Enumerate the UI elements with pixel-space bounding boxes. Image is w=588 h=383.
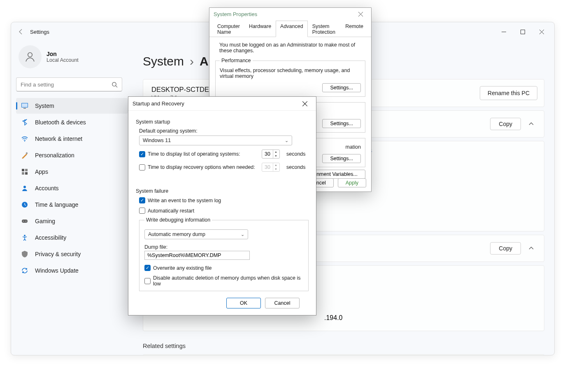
dump-file-input[interactable]: [144, 251, 250, 260]
user-account-type: Local Account: [46, 57, 79, 63]
user-block[interactable]: Jon Local Account: [16, 41, 128, 77]
startup-settings-button[interactable]: Settings...: [322, 154, 361, 163]
svg-rect-14: [22, 220, 28, 223]
copy-button[interactable]: Copy: [490, 118, 521, 130]
auto-restart-checkbox[interactable]: [139, 208, 145, 214]
nav-privacy[interactable]: Privacy & security: [16, 246, 128, 262]
window-controls: [494, 22, 551, 41]
system-failure-label: System failure: [136, 188, 309, 194]
dump-type-select[interactable]: Automatic memory dump ⌄: [144, 229, 248, 239]
svg-point-6: [24, 141, 25, 142]
tab-hardware[interactable]: Hardware: [244, 21, 276, 37]
nav-network[interactable]: Network & internet: [16, 131, 128, 147]
related-card[interactable]: [143, 354, 544, 355]
accessibility-icon: [20, 233, 29, 242]
time-recovery-checkbox[interactable]: [139, 164, 145, 170]
nav-label: Gaming: [35, 218, 55, 224]
default-os-select[interactable]: Windows 11 ⌄: [139, 135, 292, 145]
nav-apps[interactable]: Apps: [16, 164, 128, 180]
breadcrumb-parent[interactable]: System: [143, 54, 184, 68]
performance-group: Performance Visual effects, processor sc…: [215, 58, 365, 97]
nav-label: Apps: [35, 168, 48, 175]
tab-remote[interactable]: Remote: [341, 21, 368, 37]
search-box[interactable]: [16, 77, 122, 91]
chevron-right-icon: ›: [190, 54, 194, 68]
time-recovery-value[interactable]: [262, 164, 273, 170]
apply-button[interactable]: Apply: [338, 178, 366, 187]
svg-point-15: [23, 221, 24, 222]
nav-system[interactable]: System: [16, 98, 128, 114]
ip-fragment: .194.0: [324, 314, 342, 322]
nav-update[interactable]: Windows Update: [16, 263, 128, 278]
overwrite-checkbox[interactable]: ✓: [144, 265, 151, 271]
chevron-up-icon[interactable]: [528, 245, 536, 251]
nav-bluetooth[interactable]: Bluetooth & devices: [16, 114, 128, 130]
disable-delete-label: Disable automatic deletion of memory dum…: [153, 275, 303, 287]
overwrite-label: Overwrite any existing file: [153, 265, 211, 271]
nav-gaming[interactable]: Gaming: [16, 213, 128, 229]
time-recovery-spinner[interactable]: ▲▼: [262, 163, 280, 172]
copy-button[interactable]: Copy: [490, 242, 521, 255]
chevron-down-icon: ⌄: [285, 138, 288, 143]
svg-rect-0: [521, 30, 525, 34]
nav-accessibility[interactable]: Accessibility: [16, 230, 128, 245]
dialog-titlebar[interactable]: Startup and Recovery: [128, 97, 316, 111]
pc-name: DESKTOP-SCTDE0K: [151, 86, 217, 93]
auto-restart-label: Automatically restart: [148, 208, 194, 214]
nav-personalization[interactable]: Personalization: [16, 147, 128, 163]
user-name: Jon: [46, 51, 79, 57]
apps-icon: [20, 167, 29, 176]
ok-button[interactable]: OK: [226, 298, 261, 308]
avatar: [19, 45, 42, 68]
time-display-os-spinner[interactable]: ▲▼: [262, 149, 280, 159]
bluetooth-icon: [20, 118, 29, 127]
spin-down-icon[interactable]: ▼: [273, 167, 279, 171]
maximize-button[interactable]: [513, 22, 532, 41]
svg-point-16: [26, 221, 26, 222]
nav-label: Windows Update: [35, 267, 79, 274]
dialog-titlebar[interactable]: System Properties: [209, 8, 371, 20]
gaming-icon: [20, 217, 29, 226]
spin-up-icon[interactable]: ▲: [273, 163, 279, 167]
time-display-os-value[interactable]: [262, 151, 273, 157]
back-button[interactable]: [14, 25, 28, 38]
nav-label: Network & internet: [35, 135, 82, 142]
write-debug-legend: Write debugging information: [144, 217, 212, 223]
nav-accounts[interactable]: Accounts: [16, 180, 128, 196]
write-event-label: Write an event to the system log: [148, 198, 221, 203]
tab-computer-name[interactable]: Computer Name: [213, 21, 244, 37]
accounts-icon: [20, 184, 29, 193]
svg-rect-5: [23, 108, 26, 109]
disable-delete-checkbox[interactable]: [144, 278, 151, 284]
performance-settings-button[interactable]: Settings...: [322, 83, 361, 92]
chevron-down-icon: ⌄: [241, 232, 244, 237]
time-display-os-checkbox[interactable]: ✓: [139, 151, 145, 157]
spin-up-icon[interactable]: ▲: [273, 150, 279, 154]
tab-advanced[interactable]: Advanced: [276, 21, 308, 37]
performance-desc: Visual effects, processor scheduling, me…: [220, 68, 361, 79]
search-input[interactable]: [21, 82, 112, 88]
chevron-up-icon[interactable]: [528, 121, 536, 127]
shield-icon: [20, 250, 29, 259]
dialog-footer: OK Cancel: [136, 291, 309, 308]
update-icon: [20, 266, 29, 275]
nav: System Bluetooth & devices Network & int…: [16, 98, 128, 278]
write-event-checkbox[interactable]: ✓: [139, 197, 145, 203]
nav-time[interactable]: Time & language: [16, 197, 128, 213]
svg-rect-10: [22, 172, 24, 175]
spin-down-icon[interactable]: ▼: [273, 154, 279, 158]
user-profiles-settings-button[interactable]: Settings...: [322, 119, 361, 128]
rename-pc-button[interactable]: Rename this PC: [480, 86, 537, 100]
tab-system-protection[interactable]: System Protection: [308, 21, 341, 37]
dialog-title: Startup and Recovery: [132, 100, 184, 107]
dialog-body: System startup Default operating system:…: [128, 111, 316, 314]
nav-label: System: [35, 103, 54, 109]
close-button[interactable]: [532, 22, 551, 41]
minimize-button[interactable]: [494, 22, 513, 41]
cancel-button[interactable]: Cancel: [265, 298, 300, 308]
close-button[interactable]: [354, 8, 367, 20]
default-os-label: Default operating system:: [139, 128, 309, 134]
network-icon: [20, 134, 29, 143]
admin-note: You must be logged on as an Administrato…: [215, 41, 365, 58]
close-button[interactable]: [298, 97, 312, 111]
